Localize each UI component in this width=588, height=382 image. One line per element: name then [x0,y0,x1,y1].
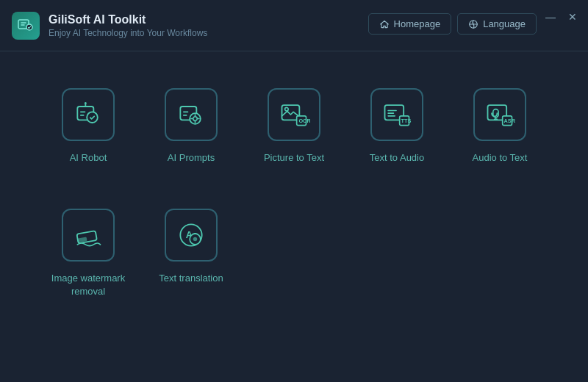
tool-text-translation[interactable]: Aa Text translation [140,201,243,306]
app-subtitle: Enjoy AI Technology into Your Workflows [49,28,207,38]
picture-to-text-icon: OCR [278,98,310,131]
picture-to-text-icon-box: OCR [268,88,320,141]
ai-prompts-icon [175,98,207,131]
tool-ai-robot[interactable]: AI Robot [37,81,140,172]
tools-grid: AI Robot AI Prompts [37,81,551,336]
text-translation-label: Text translation [159,272,223,285]
svg-text:TTS: TTS [401,118,412,124]
svg-text:ASR: ASR [504,118,516,124]
ai-prompts-icon-box [165,88,218,141]
minimize-button[interactable]: — [544,10,557,24]
tools-row-2: Image watermark removal Aa Text translat… [37,201,551,306]
ai-prompts-label: AI Prompts [168,151,215,165]
app-title: GiliSoft AI Toolkit [49,13,207,26]
svg-point-15 [285,107,289,111]
main-content: AI Robot AI Prompts [0,51,588,358]
window-controls: — ✕ [544,10,579,24]
ai-robot-icon [72,98,104,131]
tool-text-to-audio[interactable]: TTS Text to Audio [345,81,448,172]
watermark-removal-label: Image watermark removal [43,272,134,298]
homepage-button[interactable]: Homepage [368,13,452,35]
watermark-removal-icon-box [62,209,115,262]
text-translation-icon-box: Aa [165,209,218,262]
language-label: Language [483,18,526,29]
watermark-removal-icon [72,219,104,251]
app-logo [12,12,40,40]
tools-row-1: AI Robot AI Prompts [37,81,551,172]
text-to-audio-icon-box: TTS [370,88,423,141]
picture-to-text-label: Picture to Text [264,151,324,165]
audio-to-text-icon-box: ASR [473,88,526,141]
homepage-label: Homepage [394,18,441,29]
tool-watermark-removal[interactable]: Image watermark removal [37,201,140,306]
audio-to-text-label: Audio to Text [473,151,528,165]
svg-point-4 [87,112,98,123]
text-to-audio-icon: TTS [381,98,413,131]
title-text: GiliSoft AI Toolkit Enjoy AI Technology … [49,13,207,38]
tool-audio-to-text[interactable]: ASR Audio to Text [448,81,551,172]
title-bar: GiliSoft AI Toolkit Enjoy AI Technology … [0,0,588,51]
svg-point-29 [193,237,198,242]
text-translation-icon: Aa [175,219,207,251]
language-button[interactable]: Language [457,13,537,35]
ai-robot-label: AI Robot [70,151,107,165]
audio-to-text-icon: ASR [484,98,516,131]
svg-point-6 [85,102,87,104]
text-to-audio-label: Text to Audio [370,151,424,165]
svg-text:OCR: OCR [298,118,310,124]
ai-robot-icon-box [62,88,115,141]
nav-buttons: Homepage Language [368,13,537,35]
tool-ai-prompts[interactable]: AI Prompts [140,81,243,172]
globe-icon [468,19,478,29]
home-icon [379,19,390,29]
tool-picture-to-text[interactable]: OCR Picture to Text [243,81,345,172]
close-button[interactable]: ✕ [566,10,579,24]
